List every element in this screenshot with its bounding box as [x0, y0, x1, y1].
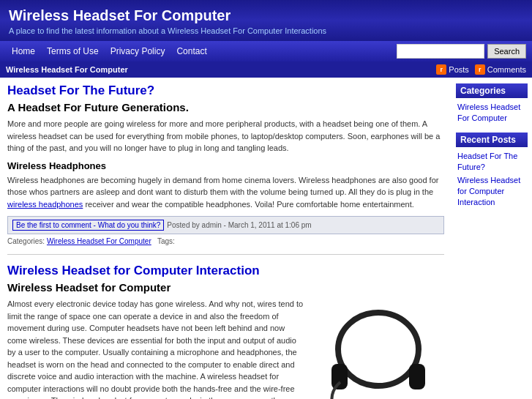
post-1: Headset For The Future? A Headset For Fu… — [7, 83, 444, 245]
post-1-meta: Be the first to comment - What do you th… — [7, 216, 444, 234]
svg-rect-2 — [409, 364, 425, 389]
post-1-section1-body: Wireless headphones are becoming hugely … — [7, 174, 444, 211]
comments-feed-label: Comments — [487, 65, 526, 74]
nav-terms[interactable]: Terms of Use — [41, 41, 105, 61]
post-2-title-link[interactable]: Wireless Headset for Computer Interactio… — [7, 264, 260, 277]
sidebar-recent-post-2[interactable]: Wireless Headset for Computer Interactio… — [456, 174, 528, 209]
post-divider — [7, 254, 444, 255]
nav-bar: Home Terms of Use Privacy Policy Contact… — [0, 41, 532, 61]
post-2-text: Almost every electronic device today has… — [7, 298, 305, 399]
posts-feed-label: Posts — [449, 65, 469, 74]
svg-point-0 — [338, 313, 419, 386]
post-2-image-col — [312, 298, 444, 399]
headset-image — [312, 298, 444, 399]
svg-rect-1 — [331, 364, 348, 389]
post-2-subtitle: Wireless Headset for Computer — [7, 281, 444, 294]
sidebar-category-1[interactable]: Wireless Headset For Computer — [456, 101, 528, 125]
search-button[interactable]: Search — [487, 44, 526, 59]
comments-feed-link[interactable]: r Comments — [475, 64, 526, 75]
post-2-content: Almost every electronic device today has… — [7, 298, 444, 399]
categories-title: Categories — [456, 83, 528, 98]
site-header: Wireless Headset For Computer A place to… — [0, 0, 532, 41]
post-1-meta-info: Posted by admin - March 1, 2011 at 1:06 … — [167, 221, 311, 229]
main-layout: Headset For The Future? A Headset For Fu… — [0, 78, 532, 399]
nav-contact[interactable]: Contact — [171, 41, 212, 61]
rss-icon-comments: r — [475, 64, 485, 75]
posts-feed-link[interactable]: r Posts — [436, 64, 469, 75]
sidebar: Categories Wireless Headset For Computer… — [452, 78, 532, 399]
post-2-body: Almost every electronic device today has… — [7, 298, 305, 399]
post-2: Wireless Headset for Computer Interactio… — [7, 264, 444, 399]
sidebar-recent-post-1[interactable]: Headset For The Future? — [456, 150, 528, 174]
feed-links: r Posts r Comments — [436, 64, 526, 75]
subnav-site-name: Wireless Headset For Computer — [6, 65, 128, 74]
site-title: Wireless Headset For Computer — [9, 7, 523, 24]
sub-nav-bar: Wireless Headset For Computer r Posts r … — [0, 61, 532, 78]
post-1-subtitle: A Headset For Future Generations. — [7, 101, 444, 113]
post-1-body-p1: More and more people are going wireless … — [7, 118, 444, 154]
post-1-tags: Categories: Wireless Headset For Compute… — [7, 237, 444, 245]
site-subtitle: A place to find the latest information a… — [9, 26, 523, 35]
rss-icon-posts: r — [436, 64, 446, 75]
categories-section: Categories Wireless Headset For Computer — [456, 83, 528, 125]
content-area: Headset For The Future? A Headset For Fu… — [0, 78, 452, 399]
search-form: Search — [397, 44, 526, 59]
post-1-title-link[interactable]: Headset For The Future? — [7, 83, 154, 97]
search-input[interactable] — [397, 44, 484, 59]
recent-posts-title: Recent Posts — [456, 133, 528, 147]
post-1-section1-title: Wireless Headphones — [7, 160, 444, 171]
comment-link[interactable]: Be the first to comment - What do you th… — [12, 220, 164, 231]
wireless-headphones-link[interactable]: wireless headphones — [7, 200, 83, 209]
recent-posts-section: Recent Posts Headset For The Future? Wir… — [456, 133, 528, 209]
post-1-category-link[interactable]: Wireless Headset For Computer — [47, 237, 151, 245]
nav-privacy[interactable]: Privacy Policy — [105, 41, 171, 61]
nav-home[interactable]: Home — [6, 41, 41, 61]
